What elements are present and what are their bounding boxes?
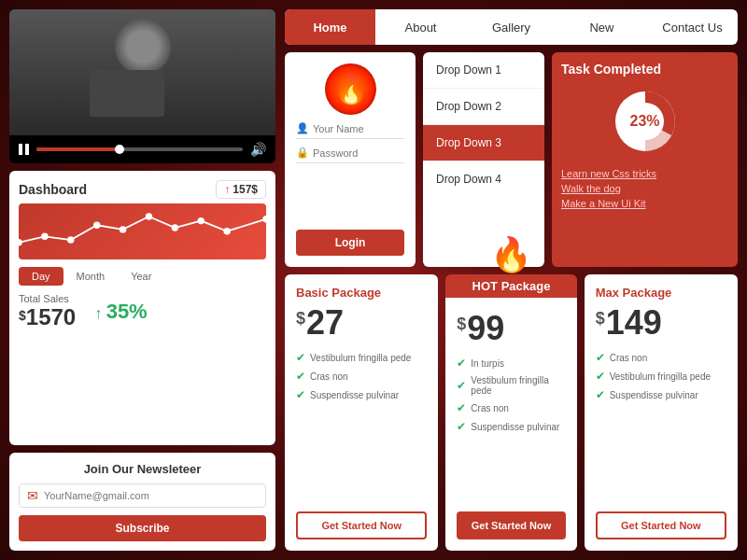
dropdown-item-3[interactable]: Drop Down 3 [423,125,544,161]
check-icon: ✔ [596,388,605,401]
chart-area [19,203,266,259]
volume-icon[interactable]: 🔊 [250,142,266,157]
task-item-1[interactable]: Learn new Css tricks [561,166,728,181]
password-input[interactable] [313,147,404,159]
dashboard-title: Dashboard [19,182,87,197]
max-price: $ 149 [596,303,726,343]
pricing-row: Basic Package $ 27 ✔Vestibulum fringilla… [285,274,738,551]
progress-fill [36,147,119,151]
hot-feature-2: ✔Vestibulum fringilla pede [457,372,565,399]
basic-get-started-button[interactable]: Get Started Now [296,511,427,539]
dashboard-badge: ↑ 157$ [216,180,266,199]
basic-feature-3: ✔Suspendisse pulvinar [296,385,427,404]
nav-home[interactable]: Home [285,9,375,45]
video-progress-bar[interactable] [36,147,243,151]
newsletter-title: Join Our Newsleteer [19,462,266,476]
video-placeholder [9,9,275,135]
svg-point-8 [223,228,230,234]
left-column: 🔊 Dashboard ↑ 157$ [0,0,285,560]
check-icon: ✔ [457,420,466,433]
nav-contact[interactable]: Contact Us [647,9,738,45]
basic-package-name: Basic Package [296,286,427,300]
video-widget: 🔊 [9,9,275,163]
task-chart-area: 23% [561,84,728,159]
svg-point-1 [41,233,48,240]
tab-year[interactable]: Year [118,267,164,286]
basic-price: $ 27 [296,303,427,343]
tab-month[interactable]: Month [63,267,119,286]
basic-feature-2: ✔Cras non [296,367,427,385]
task-item-2[interactable]: Walk the dog [561,181,728,196]
percent-block: ↑ 35% [94,300,148,324]
avatar [325,63,376,115]
max-feature-1: ✔Cras non [596,348,726,367]
mail-icon: ✉ [27,488,38,503]
check-icon: ✔ [457,401,466,414]
basic-feature-1: ✔Vestibulum fringilla pede [296,348,427,367]
password-field-wrap: 🔒 [296,147,404,163]
dropdown-item-1[interactable]: Drop Down 1 [423,52,544,89]
hot-feature-4: ✔Suspendisse pulvinar [457,417,565,436]
check-icon: ✔ [596,370,605,383]
dropdown-item-4[interactable]: Drop Down 4 [423,161,544,197]
max-package-name: Max Package [596,286,726,300]
task-title: Task Completed [561,62,728,77]
task-list: Learn new Css tricks Walk the dog Make a… [561,166,728,211]
name-input[interactable] [313,123,404,134]
newsletter-widget: Join Our Newsleteer ✉ Subscribe [9,453,275,551]
lock-icon: 🔒 [296,147,309,159]
dashboard-widget: Dashboard ↑ 157$ Day [9,171,275,445]
nav-bar: Home About Gallery New Contact Us [285,9,738,45]
video-controls: 🔊 [9,135,275,163]
hot-wrapper: 🔥 HOT Package $ 99 ✔In turpis ✔Vestibulu… [445,274,576,551]
hot-badge: 🔥 HOT Package [445,274,576,298]
newsletter-input-wrap: ✉ [19,483,266,508]
nav-gallery[interactable]: Gallery [466,9,557,45]
up-arrow-icon: ↑ [94,305,102,321]
svg-point-7 [198,217,204,224]
check-icon: ✔ [296,351,305,364]
badge-arrow-icon: ↑ [224,183,230,196]
badge-value: 157$ [233,183,258,196]
sales-value: $1570 [19,304,76,330]
check-icon: ✔ [457,379,466,392]
basic-features: ✔Vestibulum fringilla pede ✔Cras non ✔Su… [296,348,427,506]
dashboard-stats: Total Sales $1570 ↑ 35% [19,293,266,330]
svg-point-2 [67,236,74,243]
name-field-wrap: 👤 [296,122,404,139]
login-button[interactable]: Login [296,230,404,256]
right-column: Home About Gallery New Contact Us 👤 🔒 Lo… [285,0,747,560]
task-item-3[interactable]: Make a New Ui Kit [561,196,728,211]
hot-feature-3: ✔Cras non [457,399,565,417]
hot-get-started-button[interactable]: Get Started Now [457,511,565,539]
max-features: ✔Cras non ✔Vestibulum fringilla pede ✔Su… [596,348,726,506]
check-icon: ✔ [296,370,305,383]
login-panel: 👤 🔒 Login [285,52,416,267]
donut-chart: 23% [608,84,683,159]
total-sales-label: Total Sales [19,293,76,304]
check-icon: ✔ [457,357,466,370]
max-feature-3: ✔Suspendisse pulvinar [596,385,726,404]
svg-point-0 [19,239,22,245]
tab-day[interactable]: Day [19,267,63,286]
pause-button[interactable] [19,144,29,155]
svg-point-5 [146,213,152,219]
newsletter-email-input[interactable] [44,490,258,501]
svg-point-4 [120,226,126,232]
max-get-started-button[interactable]: Get Started Now [596,511,726,539]
nav-new[interactable]: New [557,9,647,45]
video-person [9,9,275,135]
dropdown-item-2[interactable]: Drop Down 2 [423,89,544,125]
user-icon: 👤 [296,122,309,134]
hot-price: $ 99 [457,309,565,348]
progress-thumb [115,145,124,154]
task-panel: Task Completed 23% [552,52,738,267]
percent-value: 35% [106,300,148,323]
hot-flame-icon: 🔥 [490,235,532,274]
dashboard-header: Dashboard ↑ 157$ [19,180,266,199]
nav-about[interactable]: About [375,9,466,45]
subscribe-button[interactable]: Subscribe [19,515,266,541]
basic-pricing-card: Basic Package $ 27 ✔Vestibulum fringilla… [285,274,438,551]
svg-point-3 [93,222,100,229]
hot-feature-1: ✔In turpis [457,354,565,372]
